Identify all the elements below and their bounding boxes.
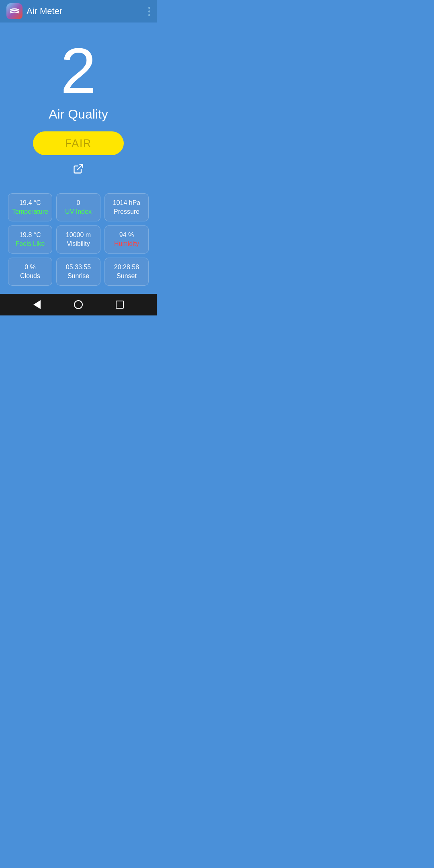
card-label-visibility: Visibility — [67, 240, 90, 248]
weather-card-visibility: 10000 mVisibility — [56, 225, 100, 254]
card-value-temperature: 19.4 °C — [19, 199, 41, 207]
back-icon — [33, 300, 41, 309]
card-value-sunset: 20:28:58 — [114, 264, 139, 271]
top-bar: Air Meter — [0, 0, 157, 23]
card-label-temperature: Temperature — [12, 208, 48, 215]
card-label-uv-index: UV Index — [65, 208, 92, 215]
card-label-sunrise: Sunrise — [68, 272, 89, 280]
home-button[interactable] — [70, 297, 86, 313]
back-button[interactable] — [29, 297, 45, 313]
card-value-pressure: 1014 hPa — [113, 199, 141, 207]
card-value-sunrise: 05:33:55 — [66, 264, 91, 271]
air-quality-label: Air Quality — [49, 107, 108, 122]
card-label-humidity: Humidity — [114, 240, 139, 248]
weather-card-feels-like: 19.8 °CFeels Like — [8, 225, 52, 254]
more-vertical-icon[interactable] — [148, 7, 150, 16]
home-icon — [74, 300, 83, 309]
weather-card-clouds: 0 %Clouds — [8, 258, 52, 286]
card-label-feels-like: Feels Like — [16, 240, 45, 248]
app-title: Air Meter — [27, 6, 62, 16]
card-label-clouds: Clouds — [20, 272, 40, 280]
card-value-humidity: 94 % — [119, 231, 134, 239]
main-content: 2 Air Quality FAIR 19.4 °CTemperature0UV… — [0, 23, 157, 294]
app-icon — [6, 3, 23, 19]
weather-card-temperature: 19.4 °CTemperature — [8, 193, 52, 221]
weather-card-uv-index: 0UV Index — [56, 193, 100, 221]
bottom-navigation — [0, 294, 157, 315]
svg-line-0 — [78, 165, 83, 170]
weather-card-sunrise: 05:33:55Sunrise — [56, 258, 100, 286]
recents-icon — [116, 301, 124, 309]
external-link-icon[interactable] — [73, 163, 84, 177]
recents-button[interactable] — [112, 297, 128, 313]
weather-card-pressure: 1014 hPaPressure — [104, 193, 149, 221]
card-value-visibility: 10000 m — [66, 231, 91, 239]
card-label-pressure: Pressure — [114, 208, 139, 215]
card-value-clouds: 0 % — [25, 264, 36, 271]
card-label-sunset: Sunset — [117, 272, 137, 280]
aqi-value: 2 — [61, 39, 96, 103]
app-header-left: Air Meter — [6, 3, 62, 19]
weather-card-humidity: 94 %Humidity — [104, 225, 149, 254]
card-value-uv-index: 0 — [77, 199, 80, 207]
card-value-feels-like: 19.8 °C — [19, 231, 41, 239]
weather-cards-grid: 19.4 °CTemperature0UV Index1014 hPaPress… — [8, 193, 149, 286]
aqi-status-badge: FAIR — [33, 131, 124, 155]
weather-card-sunset: 20:28:58Sunset — [104, 258, 149, 286]
